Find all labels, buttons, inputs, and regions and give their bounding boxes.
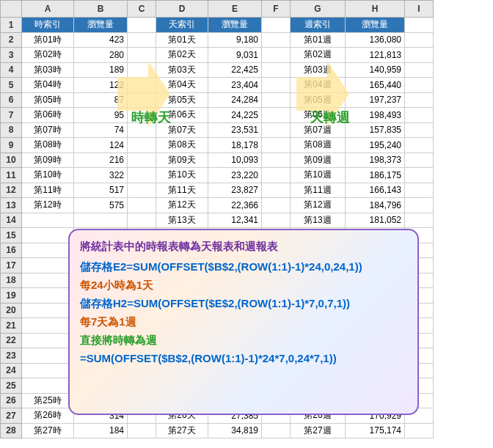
header-day-idx[interactable]: 天索引 <box>156 18 208 33</box>
cell-G13[interactable]: 第12週 <box>291 198 346 213</box>
header-day-val[interactable]: 瀏覽量 <box>208 18 262 33</box>
cell-G28[interactable]: 第27週 <box>291 423 346 438</box>
cell-B28[interactable]: 184 <box>74 423 128 438</box>
row-header-23[interactable]: 23 <box>1 348 22 364</box>
cell-G11[interactable]: 第10週 <box>291 168 346 183</box>
cell-E13[interactable]: 22,366 <box>208 198 262 213</box>
cell-A6[interactable]: 第05時 <box>22 92 74 108</box>
cell-A14[interactable] <box>22 213 74 228</box>
cell-I11[interactable] <box>405 168 434 183</box>
cell-A24[interactable] <box>22 363 74 378</box>
row-header-13[interactable]: 13 <box>1 198 22 213</box>
cell-E10[interactable]: 10,093 <box>208 153 262 168</box>
cell-D28[interactable]: 第27天 <box>156 423 208 438</box>
cell-F14[interactable] <box>262 213 291 228</box>
row-header-26[interactable]: 26 <box>1 393 22 408</box>
cell-D10[interactable]: 第09天 <box>156 153 208 168</box>
row-header-3[interactable]: 3 <box>1 48 22 63</box>
cell-I5[interactable] <box>405 78 434 93</box>
row-header-11[interactable]: 11 <box>1 168 22 183</box>
cell-A20[interactable] <box>22 303 74 318</box>
cell-H13[interactable]: 184,796 <box>346 198 405 213</box>
cell-B3[interactable]: 280 <box>74 48 128 63</box>
cell-D11[interactable]: 第10天 <box>156 168 208 183</box>
cell-I2[interactable] <box>405 32 434 48</box>
row-header-18[interactable]: 18 <box>1 273 22 288</box>
cell-I28[interactable] <box>405 423 434 438</box>
cell-A16[interactable] <box>22 243 74 258</box>
cell-C3[interactable] <box>128 48 156 63</box>
cell-D12[interactable]: 第11天 <box>156 183 208 198</box>
cell-I4[interactable] <box>405 62 434 78</box>
cell-C2[interactable] <box>128 32 156 48</box>
row-header-4[interactable]: 4 <box>1 62 22 78</box>
cell-D3[interactable]: 第02天 <box>156 48 208 63</box>
cell-H10[interactable]: 198,373 <box>346 153 405 168</box>
col-header-A[interactable]: A <box>22 1 74 18</box>
cell-I1[interactable] <box>405 18 434 33</box>
row-header-22[interactable]: 22 <box>1 333 22 348</box>
cell-A26[interactable]: 第25時 <box>22 393 74 408</box>
cell-G14[interactable]: 第13週 <box>291 213 346 228</box>
cell-A21[interactable] <box>22 318 74 334</box>
row-header-27[interactable]: 27 <box>1 408 22 424</box>
cell-E7[interactable]: 24,225 <box>208 108 262 123</box>
row-header-12[interactable]: 12 <box>1 183 22 198</box>
header-week-val[interactable]: 瀏覽量 <box>346 18 405 33</box>
cell-H9[interactable]: 195,240 <box>346 138 405 153</box>
row-header-14[interactable]: 14 <box>1 213 22 228</box>
cell-B2[interactable]: 423 <box>74 32 128 48</box>
header-hour-val[interactable]: 瀏覽量 <box>74 18 128 33</box>
cell-C12[interactable] <box>128 183 156 198</box>
cell-C1[interactable] <box>128 18 156 33</box>
cell-I6[interactable] <box>405 92 434 108</box>
cell-I10[interactable] <box>405 153 434 168</box>
cell-D2[interactable]: 第01天 <box>156 32 208 48</box>
cell-C13[interactable] <box>128 198 156 213</box>
cell-E4[interactable]: 22,425 <box>208 62 262 78</box>
cell-E3[interactable]: 9,031 <box>208 48 262 63</box>
col-header-H[interactable]: H <box>346 1 405 18</box>
cell-A2[interactable]: 第01時 <box>22 32 74 48</box>
cell-A10[interactable]: 第09時 <box>22 153 74 168</box>
cell-F1[interactable] <box>262 18 291 33</box>
row-header-20[interactable]: 20 <box>1 303 22 318</box>
cell-C11[interactable] <box>128 168 156 183</box>
cell-H8[interactable]: 157,835 <box>346 122 405 138</box>
cell-I8[interactable] <box>405 122 434 138</box>
cell-I7[interactable] <box>405 108 434 123</box>
cell-F3[interactable] <box>262 48 291 63</box>
row-header-1[interactable]: 1 <box>1 18 22 33</box>
cell-A5[interactable]: 第04時 <box>22 78 74 93</box>
cell-B11[interactable]: 322 <box>74 168 128 183</box>
row-header-17[interactable]: 17 <box>1 258 22 273</box>
cell-F13[interactable] <box>262 198 291 213</box>
row-header-10[interactable]: 10 <box>1 153 22 168</box>
cell-E14[interactable]: 12,341 <box>208 213 262 228</box>
col-header-G[interactable]: G <box>291 1 346 18</box>
cell-E9[interactable]: 18,178 <box>208 138 262 153</box>
cell-F2[interactable] <box>262 32 291 48</box>
cell-A25[interactable] <box>22 378 74 394</box>
row-header-8[interactable]: 8 <box>1 122 22 138</box>
col-header-B[interactable]: B <box>74 1 128 18</box>
cell-F7[interactable] <box>262 108 291 123</box>
row-header-9[interactable]: 9 <box>1 138 22 153</box>
cell-H7[interactable]: 198,493 <box>346 108 405 123</box>
cell-E2[interactable]: 9,180 <box>208 32 262 48</box>
row-header-28[interactable]: 28 <box>1 423 22 438</box>
row-header-5[interactable]: 5 <box>1 78 22 93</box>
cell-G2[interactable]: 第01週 <box>291 32 346 48</box>
cell-A8[interactable]: 第07時 <box>22 122 74 138</box>
cell-F11[interactable] <box>262 168 291 183</box>
cell-B14[interactable] <box>74 213 128 228</box>
col-header-I[interactable]: I <box>405 1 434 18</box>
row-header-2[interactable]: 2 <box>1 32 22 48</box>
cell-C9[interactable] <box>128 138 156 153</box>
cell-E28[interactable]: 34,819 <box>208 423 262 438</box>
cell-G12[interactable]: 第11週 <box>291 183 346 198</box>
cell-C10[interactable] <box>128 153 156 168</box>
corner-cell[interactable] <box>1 1 22 18</box>
cell-A7[interactable]: 第06時 <box>22 108 74 123</box>
row-header-21[interactable]: 21 <box>1 318 22 334</box>
